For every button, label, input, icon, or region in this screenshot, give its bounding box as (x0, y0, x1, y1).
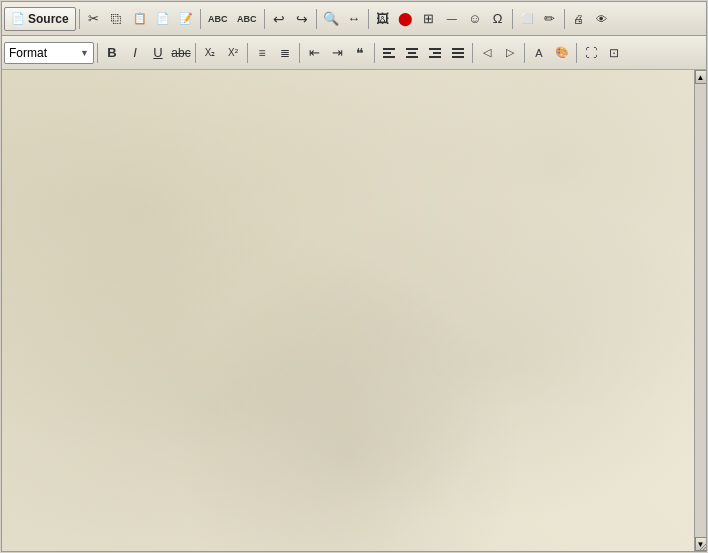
copy-icon: ⿻ (111, 13, 122, 25)
vertical-scrollbar[interactable]: ▲ ▼ (694, 70, 706, 551)
paste-text-button[interactable]: 📄 (152, 8, 174, 30)
editor-body[interactable] (2, 70, 694, 551)
spell-check-button[interactable]: ABC (204, 8, 232, 30)
colors-button[interactable]: 🎨 (551, 42, 573, 64)
ordered-list-button[interactable]: ≣ (274, 42, 296, 64)
paste-word-icon: 📝 (179, 12, 193, 25)
hr-button[interactable]: — (441, 8, 463, 30)
italic-button[interactable]: I (124, 42, 146, 64)
cut-icon: ✂ (88, 11, 99, 26)
find-button[interactable]: 🔍 (320, 8, 342, 30)
align-left-icon (382, 46, 396, 60)
underline-icon: U (153, 45, 162, 60)
maximize-button[interactable]: ⛶ (580, 42, 602, 64)
svg-rect-7 (433, 52, 441, 54)
bidi-ltr-button[interactable]: ◁ (476, 42, 498, 64)
preview-icon: 👁 (596, 13, 607, 25)
image-icon: 🖼 (376, 11, 389, 26)
table-button[interactable]: ⊞ (418, 8, 440, 30)
flash-icon: ⬤ (398, 11, 413, 26)
indent-button[interactable]: ⇥ (326, 42, 348, 64)
redo-button[interactable]: ↪ (291, 8, 313, 30)
separator-3 (264, 9, 265, 29)
svg-rect-2 (383, 56, 395, 58)
bidi-rtl-button[interactable]: ▷ (499, 42, 521, 64)
styles-button[interactable]: A (528, 42, 550, 64)
image-button[interactable]: 🖼 (372, 8, 394, 30)
spell-check2-button[interactable]: ABC (233, 8, 261, 30)
svg-rect-8 (429, 56, 441, 58)
paste-icon: 📋 (133, 12, 147, 25)
bold-icon: B (107, 45, 116, 60)
separator-15 (576, 43, 577, 63)
paste-button[interactable]: 📋 (129, 8, 151, 30)
show-blocks-icon: ⊡ (609, 46, 619, 60)
source-label: Source (28, 12, 69, 26)
unordered-list-button[interactable]: ≡ (251, 42, 273, 64)
flash-button[interactable]: ⬤ (395, 8, 417, 30)
superscript-button[interactable]: X² (222, 42, 244, 64)
colors-icon: 🎨 (555, 46, 569, 59)
bidi-rtl-icon: ▷ (506, 46, 514, 59)
align-left-button[interactable] (378, 42, 400, 64)
source-button[interactable]: 📄 Source (4, 7, 76, 31)
justify-button[interactable] (447, 42, 469, 64)
separator-9 (195, 43, 196, 63)
svg-line-14 (705, 550, 706, 551)
edit-button[interactable]: ✏ (539, 8, 561, 30)
outdent-button[interactable]: ⇤ (303, 42, 325, 64)
scrollbar-track[interactable] (695, 84, 706, 537)
separator-4 (316, 9, 317, 29)
svg-rect-3 (406, 48, 418, 50)
iframe-button[interactable]: ⬜ (516, 8, 538, 30)
separator-10 (247, 43, 248, 63)
smiley-icon: ☺ (468, 11, 481, 26)
separator-8 (97, 43, 98, 63)
undo-button[interactable]: ↩ (268, 8, 290, 30)
format-label: Format (9, 46, 47, 60)
unordered-list-icon: ≡ (258, 46, 265, 60)
scroll-up-button[interactable]: ▲ (695, 70, 707, 84)
print-icon: 🖨 (573, 13, 584, 25)
strikethrough-button[interactable]: abc (170, 42, 192, 64)
print-button[interactable]: 🖨 (568, 8, 590, 30)
align-right-button[interactable] (424, 42, 446, 64)
separator-14 (524, 43, 525, 63)
svg-rect-1 (383, 52, 391, 54)
copy-button[interactable]: ⿻ (106, 8, 128, 30)
toolbar-row-1: 📄 Source ✂ ⿻ 📋 📄 📝 ABC ABC (2, 2, 706, 36)
svg-rect-10 (452, 52, 464, 54)
separator-6 (512, 9, 513, 29)
separator-2 (200, 9, 201, 29)
underline-button[interactable]: U (147, 42, 169, 64)
source-icon: 📄 (11, 12, 25, 25)
iframe-icon: ⬜ (521, 13, 533, 24)
smiley-button[interactable]: ☺ (464, 8, 486, 30)
italic-icon: I (133, 45, 137, 60)
undo-icon: ↩ (273, 11, 285, 27)
blockquote-button[interactable]: ❝ (349, 42, 371, 64)
format-dropdown[interactable]: Format ▼ (4, 42, 94, 64)
content-area[interactable]: ▲ ▼ (2, 70, 706, 551)
subscript-button[interactable]: X₂ (199, 42, 221, 64)
separator-13 (472, 43, 473, 63)
justify-icon (451, 46, 465, 60)
hr-icon: — (447, 13, 457, 24)
paste-word-button[interactable]: 📝 (175, 8, 197, 30)
resize-handle[interactable] (694, 539, 706, 551)
cut-button[interactable]: ✂ (83, 8, 105, 30)
replace-icon: ↔ (347, 11, 360, 26)
bold-button[interactable]: B (101, 42, 123, 64)
styles-icon: A (535, 47, 542, 59)
toolbar-row-2: Format ▼ B I U abc X₂ X² ≡ (2, 36, 706, 70)
blockquote-icon: ❝ (356, 45, 364, 61)
show-blocks-button[interactable]: ⊡ (603, 42, 625, 64)
align-center-button[interactable] (401, 42, 423, 64)
indent-icon: ⇥ (332, 45, 343, 60)
replace-button[interactable]: ↔ (343, 8, 365, 30)
strikethrough-icon: abc (171, 46, 190, 60)
edit-icon: ✏ (544, 11, 555, 26)
ordered-list-icon: ≣ (280, 46, 290, 60)
special-char-button[interactable]: Ω (487, 8, 509, 30)
preview-button[interactable]: 👁 (591, 8, 613, 30)
